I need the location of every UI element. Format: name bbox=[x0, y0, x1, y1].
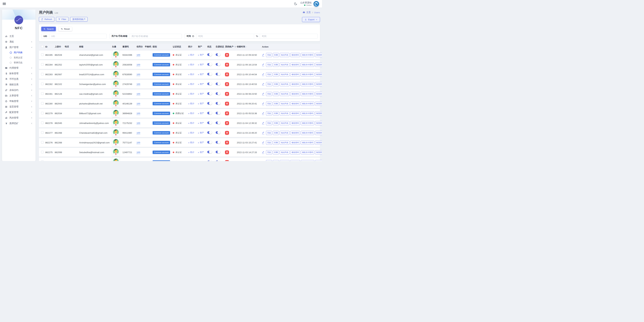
assets-link[interactable]: »资产 bbox=[198, 102, 204, 105]
action-button[interactable]: 修改密码 bbox=[290, 63, 300, 67]
trade-status-toggle[interactable] bbox=[216, 53, 220, 56]
credit-score-link[interactable]: 100 bbox=[136, 54, 140, 57]
stats-link[interactable]: »统计 bbox=[188, 63, 194, 66]
status-toggle[interactable] bbox=[207, 141, 212, 144]
action-button[interactable]: 修改支付密码 bbox=[301, 82, 314, 86]
avatar[interactable] bbox=[112, 60, 120, 69]
action-button[interactable]: 修改支付密码 bbox=[301, 131, 314, 135]
action-button[interactable]: 归属 bbox=[273, 121, 279, 125]
dark-mode-moon-icon[interactable] bbox=[293, 1, 298, 6]
action-button[interactable]: 修改支付密码 bbox=[301, 63, 314, 67]
stats-link[interactable]: »统计 bbox=[188, 131, 194, 134]
action-button[interactable]: 归属 bbox=[273, 92, 279, 96]
action-button[interactable]: 地址列表 bbox=[280, 72, 290, 77]
stats-link[interactable]: »统计 bbox=[188, 112, 194, 115]
column-filter-funnel-icon[interactable] bbox=[234, 46, 236, 48]
action-button[interactable]: 归属 bbox=[273, 63, 279, 67]
row-checkbox[interactable] bbox=[41, 131, 44, 134]
action-button[interactable]: 恢复密码 bbox=[315, 72, 322, 77]
avatar[interactable] bbox=[112, 138, 120, 147]
refresh-button[interactable]: Refresh bbox=[39, 17, 54, 22]
action-button[interactable]: 充值 bbox=[266, 131, 272, 135]
sidebar-item[interactable]: 用户管理 bbox=[2, 45, 36, 50]
credit-score-link[interactable]: 100 bbox=[136, 83, 140, 86]
action-button[interactable]: 恢复密码 bbox=[315, 160, 322, 161]
status-toggle[interactable] bbox=[207, 92, 212, 95]
uid-input[interactable] bbox=[49, 34, 106, 39]
action-button[interactable]: 恢复密码 bbox=[315, 111, 322, 116]
action-button[interactable]: 充值 bbox=[266, 53, 272, 57]
action-button[interactable]: 归属 bbox=[273, 131, 279, 135]
edit-pencil-icon[interactable] bbox=[262, 131, 264, 134]
sidebar-item[interactable]: 申购管理 bbox=[2, 98, 36, 104]
action-button[interactable]: 恢复密码 bbox=[315, 63, 322, 67]
assets-link[interactable]: »资产 bbox=[198, 151, 204, 154]
assets-link[interactable]: »资产 bbox=[198, 122, 204, 125]
stats-link[interactable]: »统计 bbox=[188, 122, 194, 125]
edit-pencil-icon[interactable] bbox=[262, 63, 264, 66]
breadcrumb-home[interactable]: 主页 bbox=[302, 11, 311, 14]
action-button[interactable]: 修改密码 bbox=[290, 131, 300, 135]
avatar[interactable] bbox=[112, 118, 120, 127]
action-button[interactable]: 充值 bbox=[266, 121, 272, 125]
action-button[interactable]: 恢复密码 bbox=[315, 121, 322, 125]
action-button[interactable]: 充值 bbox=[266, 72, 272, 77]
trade-status-toggle[interactable] bbox=[216, 141, 220, 144]
account-info[interactable]: 山水资源站 Online bbox=[300, 1, 312, 6]
credit-score-link[interactable]: 100 bbox=[136, 112, 140, 115]
avatar[interactable] bbox=[112, 70, 120, 79]
action-button[interactable]: 恢复密码 bbox=[315, 53, 322, 57]
action-button[interactable]: 修改密码 bbox=[290, 121, 300, 125]
assets-link[interactable]: »资产 bbox=[198, 131, 204, 134]
status-toggle[interactable] bbox=[207, 151, 212, 153]
sidebar-item[interactable]: B 币币交易 bbox=[2, 76, 36, 82]
assets-link[interactable]: »资产 bbox=[198, 83, 204, 86]
action-button[interactable]: 修改支付密码 bbox=[301, 92, 314, 96]
trade-status-toggle[interactable] bbox=[216, 151, 220, 153]
action-button[interactable]: 地址列表 bbox=[280, 111, 290, 116]
trade-status-toggle[interactable] bbox=[216, 160, 220, 161]
time-start-input[interactable] bbox=[196, 34, 254, 39]
edit-pencil-icon[interactable] bbox=[262, 83, 264, 86]
action-button[interactable]: 恢复密码 bbox=[315, 141, 322, 145]
stats-link[interactable]: »统计 bbox=[188, 73, 194, 76]
action-button[interactable]: 充值 bbox=[266, 92, 272, 96]
credit-score-link[interactable]: 100 bbox=[136, 73, 140, 76]
assets-link[interactable]: »资产 bbox=[198, 63, 204, 66]
trade-status-toggle[interactable] bbox=[216, 83, 220, 85]
action-button[interactable]: 修改密码 bbox=[290, 53, 300, 57]
status-toggle[interactable] bbox=[207, 122, 212, 124]
sidebar-item[interactable]: 文章管理 bbox=[2, 93, 36, 98]
status-toggle[interactable] bbox=[207, 63, 212, 66]
action-button[interactable]: 修改密码 bbox=[290, 160, 300, 161]
status-toggle[interactable] bbox=[207, 112, 212, 114]
trade-status-toggle[interactable] bbox=[216, 112, 220, 114]
action-button[interactable]: 修改密码 bbox=[290, 102, 300, 106]
sidebar-item[interactable]: 配置管理 bbox=[2, 109, 36, 115]
stats-link[interactable]: »统计 bbox=[188, 93, 194, 95]
trade-status-toggle[interactable] bbox=[216, 73, 220, 75]
edit-pencil-icon[interactable] bbox=[262, 122, 264, 125]
sort-ascending-icon[interactable]: ↑ bbox=[246, 46, 247, 48]
reset-button[interactable]: Reset bbox=[58, 27, 72, 31]
action-button[interactable]: 归属 bbox=[273, 111, 279, 116]
sidebar-item[interactable]: 主页 bbox=[2, 34, 36, 39]
row-checkbox[interactable] bbox=[41, 141, 44, 144]
action-button[interactable]: 修改支付密码 bbox=[301, 160, 314, 161]
action-button[interactable]: 修改支付密码 bbox=[301, 53, 314, 57]
assets-link[interactable]: »资产 bbox=[198, 141, 204, 144]
sidebar-item[interactable]: 永续合约 bbox=[2, 87, 36, 93]
status-toggle[interactable] bbox=[207, 160, 212, 161]
action-button[interactable]: 归属 bbox=[273, 102, 279, 106]
edit-pencil-icon[interactable] bbox=[262, 141, 264, 144]
user-avatar-power-icon[interactable] bbox=[313, 1, 319, 7]
trade-status-toggle[interactable] bbox=[216, 102, 220, 105]
action-button[interactable]: 修改支付密码 bbox=[301, 121, 314, 125]
action-button[interactable]: 修改密码 bbox=[290, 141, 300, 145]
row-checkbox[interactable] bbox=[41, 63, 44, 66]
action-button[interactable]: 地址列表 bbox=[280, 82, 290, 86]
breadcrumb-current[interactable]: Users bbox=[314, 11, 320, 14]
trade-status-toggle[interactable] bbox=[216, 131, 220, 134]
stats-link[interactable]: »统计 bbox=[188, 151, 194, 154]
assets-link[interactable]: »资产 bbox=[198, 161, 204, 161]
